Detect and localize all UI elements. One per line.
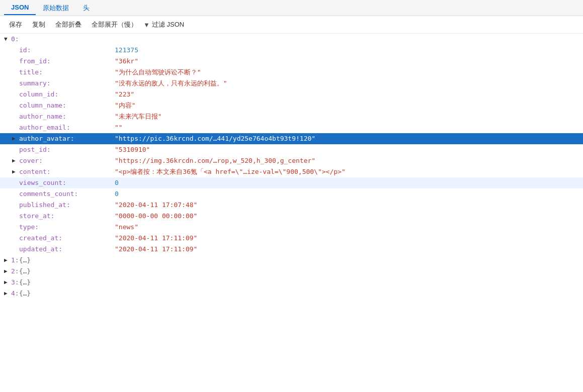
key-summary: summary: <box>19 78 115 88</box>
val-item-2: {…} <box>19 266 31 276</box>
field-from-id[interactable]: from_id: "36kr" <box>0 56 583 67</box>
toggle-spacer <box>12 123 19 133</box>
tab-raw[interactable]: 原始数据 <box>36 1 76 16</box>
toggle-spacer <box>12 56 19 66</box>
item-1-row[interactable]: ▶ 1: {…} <box>0 255 583 266</box>
val-updated-at: "2020-04-11 17:11:09" <box>115 244 197 254</box>
index-4: 4: <box>11 288 19 299</box>
field-author-name[interactable]: author_name: "未来汽车日报" <box>0 111 583 122</box>
key-author-email: author_email: <box>19 123 115 133</box>
index-3: 3: <box>11 277 19 287</box>
val-author-avatar: "https://pic.36krcnd.com/…441/yd25e764o4… <box>115 134 315 144</box>
val-type: "news" <box>115 222 138 232</box>
toggle-item-2[interactable]: ▶ <box>4 266 11 276</box>
filter-button[interactable]: ▼ 过滤 JSON <box>143 20 184 29</box>
toggle-spacer <box>12 89 19 100</box>
toggle-spacer <box>12 45 19 55</box>
field-cover[interactable]: ▶ cover: "https://img.36krcdn.com/…rop,w… <box>0 155 583 166</box>
val-item-4: {…} <box>19 288 31 299</box>
key-content: content: <box>19 167 115 177</box>
toggle-spacer <box>12 189 19 199</box>
item-0-row[interactable]: ▼ 0: <box>0 34 583 45</box>
key-from-id: from_id: <box>19 56 115 66</box>
toggle-author-avatar[interactable]: ▶ <box>12 134 19 144</box>
toggle-spacer <box>12 211 19 221</box>
val-store-at: "0000-00-00 00:00:00" <box>115 211 197 221</box>
val-column-id: "223" <box>115 89 134 100</box>
val-summary: "没有永远的敌人，只有永远的利益。" <box>115 78 227 88</box>
field-comments-count[interactable]: comments_count: 0 <box>0 188 583 200</box>
tab-bar: JSON 原始数据 头 <box>0 0 583 16</box>
save-button[interactable]: 保存 <box>5 19 26 30</box>
key-column-id: column_id: <box>19 89 115 100</box>
collapse-all-button[interactable]: 全部折叠 <box>51 19 86 30</box>
val-views-count: 0 <box>115 178 119 188</box>
tab-json[interactable]: JSON <box>4 1 36 15</box>
key-views-count: views_count: <box>19 178 115 188</box>
val-published-at: "2020-04-11 17:07:48" <box>115 200 197 210</box>
key-post-id: post_id: <box>19 145 115 155</box>
field-post-id[interactable]: post_id: "5310910" <box>0 144 583 155</box>
json-content: ▼ 0: id: 121375 from_id: "36kr" title: "… <box>0 34 583 391</box>
key-comments-count: comments_count: <box>19 189 115 199</box>
key-title: title: <box>19 67 115 77</box>
item-2-row[interactable]: ▶ 2: {…} <box>0 266 583 277</box>
field-content[interactable]: ▶ content: "<p>编者按：本文来自36氪「<a href=\"…iz… <box>0 166 583 177</box>
field-id[interactable]: id: 121375 <box>0 45 583 56</box>
field-store-at[interactable]: store_at: "0000-00-00 00:00:00" <box>0 211 583 222</box>
index-1: 1: <box>11 255 19 265</box>
val-created-at: "2020-04-11 17:11:09" <box>115 233 197 243</box>
key-cover: cover: <box>19 156 115 166</box>
toggle-spacer <box>12 101 19 111</box>
tab-head[interactable]: 头 <box>76 1 97 16</box>
field-column-id[interactable]: column_id: "223" <box>0 89 583 100</box>
field-type[interactable]: type: "news" <box>0 222 583 233</box>
val-author-name: "未来汽车日报" <box>115 112 162 122</box>
key-type: type: <box>19 222 115 232</box>
item-4-row[interactable]: ▶ 4: {…} <box>0 288 583 299</box>
key-updated-at: updated_at: <box>19 244 115 254</box>
filter-icon: ▼ <box>143 21 150 29</box>
index-2: 2: <box>11 266 19 276</box>
toggle-spacer <box>12 178 19 188</box>
toggle-item-3[interactable]: ▶ <box>4 277 11 287</box>
field-title[interactable]: title: "为什么自动驾驶诉讼不断？" <box>0 67 583 78</box>
item-3-row[interactable]: ▶ 3: {…} <box>0 277 583 288</box>
val-from-id: "36kr" <box>115 56 138 66</box>
val-id: 121375 <box>115 45 138 55</box>
field-published-at[interactable]: published_at: "2020-04-11 17:07:48" <box>0 200 583 211</box>
field-author-avatar[interactable]: ▶ author_avatar: "https://pic.36krcnd.co… <box>0 133 583 144</box>
key-created-at: created_at: <box>19 233 115 243</box>
toggle-spacer <box>12 200 19 210</box>
val-comments-count: 0 <box>115 189 119 199</box>
toggle-spacer <box>12 78 19 88</box>
copy-button[interactable]: 复制 <box>28 19 49 30</box>
filter-label: 过滤 JSON <box>152 20 184 29</box>
val-content: "<p>编者按：本文来自36氪「<a href=\"…ize-val=\"900… <box>115 167 346 177</box>
field-views-count[interactable]: views_count: 0 <box>0 177 583 188</box>
toggle-spacer <box>12 222 19 232</box>
expand-all-button[interactable]: 全部展开（慢） <box>88 19 141 30</box>
val-title: "为什么自动驾驶诉讼不断？" <box>115 67 201 77</box>
val-column-name: "内容" <box>115 101 136 111</box>
toggle-spacer <box>12 112 19 122</box>
toggle-item-4[interactable]: ▶ <box>4 288 11 299</box>
toggle-spacer <box>12 244 19 254</box>
toggle-item-1[interactable]: ▶ <box>4 255 11 265</box>
key-column-name: column_name: <box>19 101 115 111</box>
toggle-cover[interactable]: ▶ <box>12 156 19 166</box>
index-0: 0: <box>11 34 19 44</box>
val-author-email: "" <box>115 123 123 133</box>
toggle-item-0[interactable]: ▼ <box>4 34 11 44</box>
field-author-email[interactable]: author_email: "" <box>0 122 583 133</box>
field-column-name[interactable]: column_name: "内容" <box>0 100 583 111</box>
field-summary[interactable]: summary: "没有永远的敌人，只有永远的利益。" <box>0 78 583 89</box>
key-id: id: <box>19 45 115 55</box>
field-updated-at[interactable]: updated_at: "2020-04-11 17:11:09" <box>0 244 583 255</box>
toggle-spacer <box>12 233 19 243</box>
key-store-at: store_at: <box>19 211 115 221</box>
key-author-name: author_name: <box>19 112 115 122</box>
toggle-spacer <box>12 145 19 155</box>
field-created-at[interactable]: created_at: "2020-04-11 17:11:09" <box>0 233 583 244</box>
toggle-content[interactable]: ▶ <box>12 167 19 177</box>
